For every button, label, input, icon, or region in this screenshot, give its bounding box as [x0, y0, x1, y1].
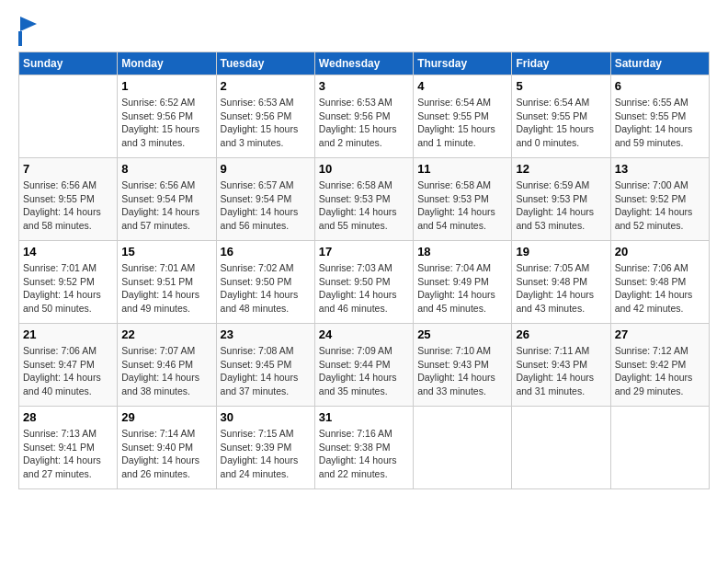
column-header-monday: Monday [118, 52, 216, 75]
day-info: Sunrise: 7:12 AMSunset: 9:42 PMDaylight:… [615, 344, 705, 398]
column-header-thursday: Thursday [414, 52, 512, 75]
day-number: 15 [121, 245, 211, 259]
day-number: 21 [23, 327, 113, 341]
calendar-cell: 9Sunrise: 6:57 AMSunset: 9:54 PMDaylight… [216, 158, 314, 241]
calendar-cell: 31Sunrise: 7:16 AMSunset: 9:38 PMDayligh… [314, 407, 413, 489]
calendar-cell [414, 407, 512, 489]
calendar-cell: 18Sunrise: 7:04 AMSunset: 9:49 PMDayligh… [414, 241, 512, 324]
day-number: 4 [417, 79, 507, 93]
day-number: 6 [615, 79, 705, 93]
column-header-saturday: Saturday [610, 52, 709, 75]
day-number: 11 [417, 162, 507, 176]
column-header-tuesday: Tuesday [216, 52, 314, 75]
day-info: Sunrise: 7:01 AMSunset: 9:52 PMDaylight:… [23, 261, 113, 316]
calendar-cell [19, 75, 118, 158]
calendar-cell: 7Sunrise: 6:56 AMSunset: 9:55 PMDaylight… [19, 158, 118, 241]
day-info: Sunrise: 6:55 AMSunset: 9:55 PMDaylight:… [615, 96, 705, 150]
column-header-sunday: Sunday [19, 52, 118, 75]
calendar-cell: 8Sunrise: 6:56 AMSunset: 9:54 PMDaylight… [118, 158, 216, 241]
calendar-cell: 30Sunrise: 7:15 AMSunset: 9:39 PMDayligh… [216, 407, 314, 489]
calendar-week-2: 7Sunrise: 6:56 AMSunset: 9:55 PMDaylight… [19, 158, 710, 241]
logo-arrow-icon [20, 17, 37, 31]
calendar-cell: 14Sunrise: 7:01 AMSunset: 9:52 PMDayligh… [19, 241, 118, 324]
column-header-wednesday: Wednesday [314, 52, 413, 75]
day-info: Sunrise: 7:06 AMSunset: 9:47 PMDaylight:… [23, 344, 113, 398]
day-info: Sunrise: 7:10 AMSunset: 9:43 PMDaylight:… [417, 344, 507, 398]
day-info: Sunrise: 7:01 AMSunset: 9:51 PMDaylight:… [121, 261, 211, 316]
day-info: Sunrise: 7:14 AMSunset: 9:40 PMDaylight:… [121, 427, 211, 481]
calendar-table: SundayMondayTuesdayWednesdayThursdayFrid… [18, 52, 710, 489]
calendar-cell: 10Sunrise: 6:58 AMSunset: 9:53 PMDayligh… [314, 158, 413, 241]
day-info: Sunrise: 7:00 AMSunset: 9:52 PMDaylight:… [615, 178, 705, 233]
day-info: Sunrise: 7:07 AMSunset: 9:46 PMDaylight:… [121, 344, 211, 398]
calendar-cell: 3Sunrise: 6:53 AMSunset: 9:56 PMDaylight… [314, 75, 413, 158]
calendar-week-1: 1Sunrise: 6:52 AMSunset: 9:56 PMDaylight… [19, 75, 710, 158]
day-info: Sunrise: 7:06 AMSunset: 9:48 PMDaylight:… [615, 261, 705, 316]
calendar-cell: 22Sunrise: 7:07 AMSunset: 9:46 PMDayligh… [118, 324, 216, 407]
calendar-cell: 17Sunrise: 7:03 AMSunset: 9:50 PMDayligh… [314, 241, 413, 324]
day-number: 28 [23, 410, 113, 424]
svg-marker-0 [20, 17, 37, 31]
day-number: 31 [319, 410, 409, 424]
calendar-cell: 16Sunrise: 7:02 AMSunset: 9:50 PMDayligh… [216, 241, 314, 324]
day-info: Sunrise: 6:56 AMSunset: 9:54 PMDaylight:… [121, 178, 211, 233]
day-number: 25 [417, 327, 507, 341]
calendar-week-4: 21Sunrise: 7:06 AMSunset: 9:47 PMDayligh… [19, 324, 710, 407]
day-number: 23 [221, 327, 311, 341]
day-info: Sunrise: 7:08 AMSunset: 9:45 PMDaylight:… [221, 344, 311, 398]
day-info: Sunrise: 7:02 AMSunset: 9:50 PMDaylight:… [221, 261, 311, 316]
day-number: 8 [121, 162, 211, 176]
calendar-cell: 20Sunrise: 7:06 AMSunset: 9:48 PMDayligh… [610, 241, 709, 324]
day-number: 13 [615, 162, 705, 176]
calendar-cell: 28Sunrise: 7:13 AMSunset: 9:41 PMDayligh… [19, 407, 118, 489]
calendar-cell: 27Sunrise: 7:12 AMSunset: 9:42 PMDayligh… [610, 324, 709, 407]
day-info: Sunrise: 6:58 AMSunset: 9:53 PMDaylight:… [319, 178, 409, 233]
day-number: 27 [615, 327, 705, 341]
calendar-cell: 23Sunrise: 7:08 AMSunset: 9:45 PMDayligh… [216, 324, 314, 407]
day-number: 24 [319, 327, 409, 341]
day-info: Sunrise: 6:58 AMSunset: 9:53 PMDaylight:… [417, 178, 507, 233]
day-number: 12 [516, 162, 606, 176]
calendar-week-3: 14Sunrise: 7:01 AMSunset: 9:52 PMDayligh… [19, 241, 710, 324]
day-number: 10 [319, 162, 409, 176]
day-number: 5 [516, 79, 606, 93]
calendar-cell [512, 407, 610, 489]
day-number: 16 [221, 245, 311, 259]
day-info: Sunrise: 6:54 AMSunset: 9:55 PMDaylight:… [417, 96, 507, 150]
calendar-cell: 6Sunrise: 6:55 AMSunset: 9:55 PMDaylight… [610, 75, 709, 158]
day-info: Sunrise: 6:53 AMSunset: 9:56 PMDaylight:… [319, 96, 409, 150]
day-number: 22 [121, 327, 211, 341]
calendar-cell: 19Sunrise: 7:05 AMSunset: 9:48 PMDayligh… [512, 241, 610, 324]
day-number: 18 [417, 245, 507, 259]
calendar-week-5: 28Sunrise: 7:13 AMSunset: 9:41 PMDayligh… [19, 407, 710, 489]
day-info: Sunrise: 6:59 AMSunset: 9:53 PMDaylight:… [516, 178, 606, 233]
calendar-cell: 13Sunrise: 7:00 AMSunset: 9:52 PMDayligh… [610, 158, 709, 241]
day-info: Sunrise: 7:09 AMSunset: 9:44 PMDaylight:… [319, 344, 409, 398]
calendar-cell: 4Sunrise: 6:54 AMSunset: 9:55 PMDaylight… [414, 75, 512, 158]
calendar-cell: 5Sunrise: 6:54 AMSunset: 9:55 PMDaylight… [512, 75, 610, 158]
day-number: 2 [221, 79, 311, 93]
calendar-cell: 25Sunrise: 7:10 AMSunset: 9:43 PMDayligh… [414, 324, 512, 407]
day-number: 30 [221, 410, 311, 424]
calendar-cell: 29Sunrise: 7:14 AMSunset: 9:40 PMDayligh… [118, 407, 216, 489]
calendar-cell: 24Sunrise: 7:09 AMSunset: 9:44 PMDayligh… [314, 324, 413, 407]
logo [18, 18, 37, 46]
day-info: Sunrise: 6:56 AMSunset: 9:55 PMDaylight:… [23, 178, 113, 233]
day-info: Sunrise: 7:11 AMSunset: 9:43 PMDaylight:… [516, 344, 606, 398]
day-info: Sunrise: 6:52 AMSunset: 9:56 PMDaylight:… [121, 96, 211, 150]
day-info: Sunrise: 7:04 AMSunset: 9:49 PMDaylight:… [417, 261, 507, 316]
day-number: 1 [121, 79, 211, 93]
calendar-cell: 26Sunrise: 7:11 AMSunset: 9:43 PMDayligh… [512, 324, 610, 407]
day-number: 29 [121, 410, 211, 424]
day-info: Sunrise: 7:03 AMSunset: 9:50 PMDaylight:… [319, 261, 409, 316]
day-number: 14 [23, 245, 113, 259]
day-number: 26 [516, 327, 606, 341]
day-number: 17 [319, 245, 409, 259]
calendar-cell: 2Sunrise: 6:53 AMSunset: 9:56 PMDaylight… [216, 75, 314, 158]
day-number: 9 [221, 162, 311, 176]
calendar-cell: 12Sunrise: 6:59 AMSunset: 9:53 PMDayligh… [512, 158, 610, 241]
calendar-cell: 15Sunrise: 7:01 AMSunset: 9:51 PMDayligh… [118, 241, 216, 324]
calendar-cell: 1Sunrise: 6:52 AMSunset: 9:56 PMDaylight… [118, 75, 216, 158]
day-info: Sunrise: 6:57 AMSunset: 9:54 PMDaylight:… [221, 178, 311, 233]
calendar-header-row: SundayMondayTuesdayWednesdayThursdayFrid… [19, 52, 710, 75]
